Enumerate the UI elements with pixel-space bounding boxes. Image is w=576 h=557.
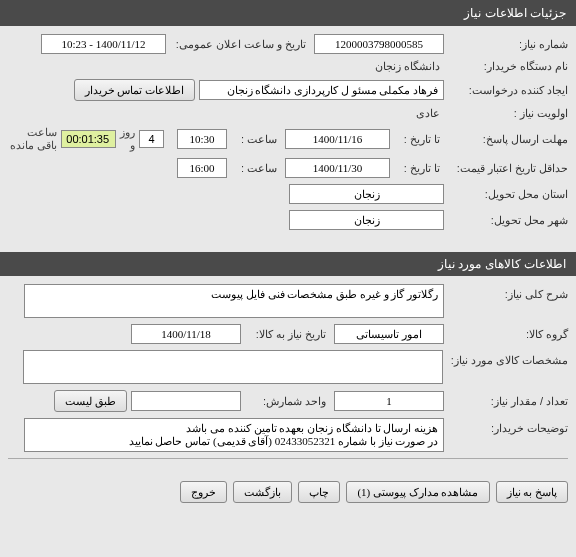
delivery-province-label: استان محل تحویل: (448, 188, 568, 201)
respond-button[interactable]: پاسخ به نیاز (496, 481, 569, 503)
price-validity-label: حداقل تاریخ اعتبار قیمت: (448, 162, 568, 175)
quantity-input[interactable] (334, 391, 444, 411)
button-bar: پاسخ به نیاز مشاهده مدارک پیوستی (1) چاپ… (0, 473, 576, 511)
requester-input[interactable] (199, 80, 444, 100)
announce-datetime-label: تاریخ و ساعت اعلان عمومی: (170, 38, 310, 51)
quantity-label: تعداد / مقدار نیاز: (448, 395, 568, 408)
time-label-2: ساعت : (231, 162, 281, 175)
need-number-label: شماره نیاز: (448, 38, 568, 51)
remaining-time-label: ساعت باقی مانده (8, 126, 57, 152)
price-validity-time-input[interactable] (177, 158, 227, 178)
need-date-input[interactable] (131, 324, 241, 344)
buyer-org-value: دانشگاه زنجان (375, 60, 444, 73)
priority-value: عادی (416, 107, 444, 120)
items-section: شرح کلی نیاز: گروه کالا: تاریخ نیاز به ک… (0, 276, 576, 473)
buyer-org-label: نام دستگاه خریدار: (448, 60, 568, 73)
unit-label: واحد شمارش: (245, 395, 330, 408)
back-button[interactable]: بازگشت (233, 481, 292, 503)
delivery-province-input[interactable] (289, 184, 444, 204)
response-time-input[interactable] (177, 129, 227, 149)
main-header: جزئیات اطلاعات نیاز (0, 0, 576, 26)
to-date-label-1: تا تاریخ : (394, 133, 444, 146)
items-header: اطلاعات کالاهای مورد نیاز (0, 252, 576, 276)
exit-button[interactable]: خروج (180, 481, 227, 503)
remaining-days-label: روز و (120, 126, 135, 152)
need-number-input[interactable] (314, 34, 444, 54)
need-desc-textarea[interactable] (24, 284, 444, 318)
announce-datetime-input[interactable] (41, 34, 166, 54)
item-specs-label: مشخصات کالای مورد نیاز: (447, 350, 568, 367)
need-info-section: شماره نیاز: تاریخ و ساعت اعلان عمومی: نا… (0, 26, 576, 244)
requester-label: ایجاد کننده درخواست: (448, 84, 568, 97)
buyer-notes-label: توضیحات خریدار: (448, 418, 568, 435)
remaining-days-value: 4 (139, 130, 164, 148)
buyer-notes-textarea[interactable] (24, 418, 444, 452)
item-specs-textarea[interactable] (23, 350, 443, 384)
need-date-label: تاریخ نیاز به کالا: (245, 328, 330, 341)
need-desc-label: شرح کلی نیاز: (448, 284, 568, 301)
time-label-1: ساعت : (231, 133, 281, 146)
delivery-city-input[interactable] (289, 210, 444, 230)
per-list-button[interactable]: طبق لیست (54, 390, 127, 412)
response-deadline-label: مهلت ارسال پاسخ: (448, 133, 568, 146)
to-date-label-2: تا تاریخ : (394, 162, 444, 175)
print-button[interactable]: چاپ (298, 481, 340, 503)
item-group-label: گروه کالا: (448, 328, 568, 341)
unit-input[interactable] (131, 391, 241, 411)
price-validity-date-input[interactable] (285, 158, 390, 178)
remaining-time-value: 00:01:35 (61, 130, 116, 148)
priority-label: اولویت نیاز : (448, 107, 568, 120)
delivery-city-label: شهر محل تحویل: (448, 214, 568, 227)
response-date-input[interactable] (285, 129, 390, 149)
item-group-input[interactable] (334, 324, 444, 344)
divider (8, 458, 568, 459)
contact-info-button[interactable]: اطلاعات تماس خریدار (74, 79, 196, 101)
attachments-button[interactable]: مشاهده مدارک پیوستی (1) (346, 481, 489, 503)
